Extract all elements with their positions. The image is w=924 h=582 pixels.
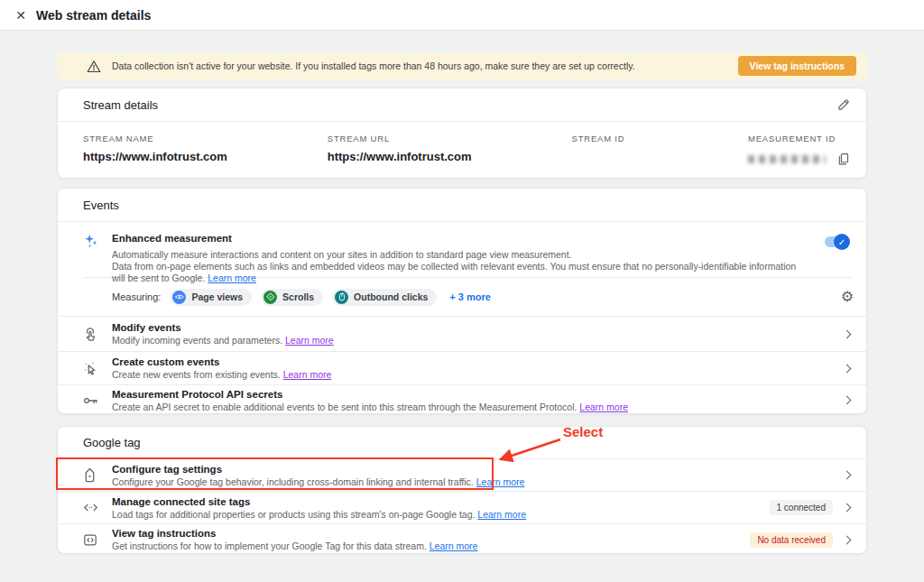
modify-events-row[interactable]: Modify events Modify incoming events and…: [58, 317, 866, 351]
manage-connected-site-tags-desc: Load tags for additional properties or p…: [112, 509, 475, 520]
stream-name-label: STREAM NAME: [83, 134, 328, 143]
stream-id-label: STREAM ID: [572, 134, 748, 143]
chevron-right-icon: [843, 364, 852, 373]
warning-icon: [87, 60, 101, 73]
create-custom-events-learn-more-link[interactable]: Learn more: [283, 369, 332, 380]
configure-tag-settings-title: Configure tag settings: [112, 464, 844, 475]
manage-connected-site-tags-title: Manage connected site tags: [112, 496, 770, 507]
stream-url-field: STREAM URL https://www.infotrust.com: [328, 134, 572, 168]
stream-details-card: Stream details STREAM NAME https://www.i…: [57, 88, 867, 179]
more-chips-link[interactable]: + 3 more: [449, 291, 491, 302]
view-tag-instructions-title: View tag instructions: [112, 528, 750, 539]
view-tag-instructions-button[interactable]: View tag instructions: [738, 56, 856, 76]
stream-url-label: STREAM URL: [328, 134, 572, 143]
no-data-received-badge: No data received: [750, 532, 833, 548]
manage-connected-site-tags-learn-more-link[interactable]: Learn more: [477, 509, 526, 520]
stream-details-header: Stream details: [58, 88, 866, 122]
gear-icon[interactable]: ⚙: [841, 290, 854, 304]
chevron-right-icon: [843, 329, 852, 338]
configure-tag-settings-row[interactable]: Configure tag settings Configure your Go…: [58, 459, 866, 491]
eye-icon: [172, 291, 186, 304]
stream-details-title: Stream details: [83, 98, 158, 112]
enhanced-measurement-toggle[interactable]: ✓: [825, 236, 848, 247]
cursor-sparkle-icon: [83, 361, 112, 375]
measurement-id-label: MEASUREMENT ID: [748, 134, 852, 143]
chip-page-views: Page views: [170, 289, 252, 306]
create-custom-events-desc: Create new events from existing events.: [112, 369, 281, 380]
view-tag-instructions-row[interactable]: View tag instructions Get instructions f…: [58, 523, 866, 555]
copy-icon[interactable]: [835, 150, 852, 168]
measurement-id-field: MEASUREMENT ID: [748, 134, 852, 168]
chip-scrolls: Scrolls: [261, 289, 323, 306]
topbar: ✕ Web stream details: [0, 0, 924, 31]
measurement-protocol-row[interactable]: Measurement Protocol API secrets Create …: [58, 384, 866, 415]
events-header: Events: [58, 189, 866, 222]
create-custom-events-title: Create custom events: [112, 356, 844, 367]
view-tag-instructions-learn-more-link[interactable]: Learn more: [430, 540, 478, 551]
configure-tag-settings-learn-more-link[interactable]: Learn more: [476, 476, 525, 487]
enhanced-measurement-section: Enhanced measurement Automatically measu…: [58, 222, 866, 277]
stream-name-field: STREAM NAME https://www.infotrust.com: [83, 134, 328, 168]
google-tag-title: Google tag: [83, 436, 141, 449]
toggle-check-icon: ✓: [834, 234, 850, 250]
create-custom-events-row[interactable]: Create custom events Create new events f…: [58, 351, 866, 384]
chip-scrolls-label: Scrolls: [282, 291, 314, 302]
chevron-right-icon: [843, 396, 852, 405]
events-title: Events: [83, 199, 119, 212]
chip-outbound-clicks-label: Outbound clicks: [354, 291, 428, 302]
key-icon: [83, 395, 112, 406]
stream-url-value: https://www.infotrust.com: [328, 150, 572, 163]
chip-page-views-label: Page views: [191, 291, 243, 302]
chip-outbound-clicks: Outbound clicks: [332, 289, 437, 306]
view-tag-instructions-desc: Get instructions for how to implement yo…: [112, 540, 427, 551]
modify-events-title: Modify events: [112, 322, 844, 333]
scroll-icon: [263, 291, 277, 304]
chevron-right-icon: [843, 535, 852, 544]
connected-count-badge: 1 connected: [770, 500, 834, 515]
modify-events-desc: Modify incoming events and parameters.: [112, 335, 282, 346]
close-icon[interactable]: ✕: [13, 8, 29, 23]
google-tag-card: Google tag Configure tag settings Config…: [57, 426, 867, 554]
stream-name-value: https://www.infotrust.com: [83, 150, 328, 163]
measurement-protocol-title: Measurement Protocol API secrets: [112, 389, 844, 400]
warning-text: Data collection isn't active for your we…: [112, 60, 635, 71]
measurement-protocol-desc: Create an API secret to enable additiona…: [112, 402, 577, 412]
touch-icon: [83, 327, 112, 342]
page-title: Web stream details: [36, 8, 151, 23]
modify-events-learn-more-link[interactable]: Learn more: [285, 335, 334, 346]
mouse-icon: [335, 291, 348, 304]
code-tags-icon: [83, 502, 112, 513]
manage-connected-site-tags-row[interactable]: Manage connected site tags Load tags for…: [58, 491, 866, 523]
measuring-label: Measuring:: [112, 291, 161, 302]
sparkle-icon: [83, 233, 112, 277]
stream-id-field: STREAM ID: [572, 134, 748, 168]
google-tag-icon: [83, 467, 112, 483]
enhanced-measurement-desc-1: Automatically measure interactions and c…: [112, 249, 572, 260]
stream-fields: STREAM NAME https://www.infotrust.com ST…: [58, 122, 866, 168]
edit-pencil-icon[interactable]: [835, 97, 852, 114]
google-tag-header: Google tag: [58, 427, 866, 459]
data-collection-warning-banner: Data collection isn't active for your we…: [57, 52, 867, 79]
enhanced-measurement-title: Enhanced measurement: [112, 233, 807, 244]
enhanced-measurement-learn-more-link[interactable]: Learn more: [208, 273, 256, 283]
measurement-protocol-learn-more-link[interactable]: Learn more: [579, 402, 628, 412]
configure-tag-settings-desc: Configure your Google tag behavior, incl…: [112, 476, 474, 487]
chevron-right-icon: [843, 503, 852, 513]
events-card: Events Enhanced measurement Automaticall…: [57, 188, 867, 414]
instructions-icon: [83, 533, 112, 547]
chevron-right-icon: [843, 471, 852, 480]
measurement-id-redacted: [748, 155, 826, 163]
